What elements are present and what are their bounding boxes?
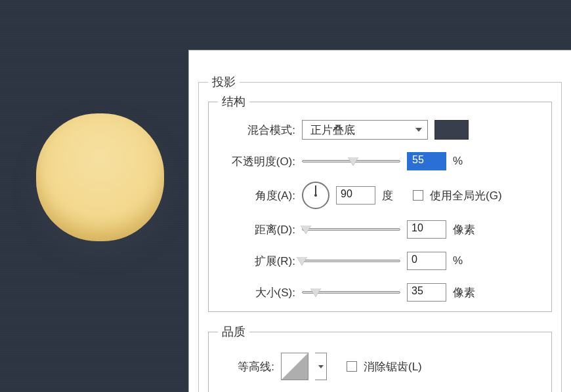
opacity-unit: % [453, 155, 463, 168]
angle-dial[interactable] [302, 182, 329, 209]
distance-label: 距离(D): [218, 222, 295, 237]
distance-slider[interactable] [302, 224, 400, 235]
distance-unit: 像素 [453, 222, 475, 237]
drop-shadow-fieldset: 投影 结构 混合模式: 正片叠底 不透明度(O): 55 % [198, 74, 562, 392]
preview-shape [36, 113, 164, 241]
spread-label: 扩展(R): [218, 254, 295, 269]
quality-fieldset: 品质 等高线: 消除锯齿(L) 杂色(N): % [208, 324, 552, 392]
contour-row: 等高线: 消除锯齿(L) [218, 353, 542, 380]
global-light-label: 使用全局光(G) [430, 188, 502, 203]
size-unit: 像素 [453, 285, 475, 300]
opacity-input[interactable]: 55 [407, 152, 446, 170]
chevron-down-icon [318, 365, 324, 368]
shadow-color-swatch[interactable] [434, 120, 469, 140]
blend-mode-row: 混合模式: 正片叠底 [218, 119, 542, 141]
blend-mode-label: 混合模式: [218, 123, 295, 138]
spread-unit: % [453, 254, 463, 267]
global-light-checkbox[interactable] [413, 190, 423, 201]
drop-shadow-legend: 投影 [208, 74, 240, 90]
contour-label: 等高线: [218, 359, 274, 374]
angle-row: 角度(A): 90 度 使用全局光(G) [218, 182, 542, 209]
size-input[interactable]: 35 [407, 283, 446, 302]
quality-legend: 品质 [218, 324, 249, 340]
chevron-down-icon [415, 128, 422, 132]
antialias-label: 消除锯齿(L) [364, 359, 422, 374]
layer-style-panel: 投影 结构 混合模式: 正片叠底 不透明度(O): 55 % [188, 50, 571, 392]
spread-slider[interactable] [302, 255, 400, 267]
blend-mode-value: 正片叠底 [310, 123, 355, 138]
spread-input[interactable]: 0 [407, 252, 446, 270]
structure-fieldset: 结构 混合模式: 正片叠底 不透明度(O): 55 % [208, 94, 552, 312]
distance-row: 距离(D): 10 像素 [218, 218, 542, 241]
structure-legend: 结构 [218, 94, 249, 109]
angle-input[interactable]: 90 [336, 186, 375, 205]
opacity-row: 不透明度(O): 55 % [218, 150, 542, 172]
contour-dropdown[interactable] [315, 353, 327, 380]
antialias-checkbox[interactable] [347, 361, 357, 372]
opacity-label: 不透明度(O): [218, 154, 295, 169]
size-row: 大小(S): 35 像素 [218, 281, 542, 304]
spread-row: 扩展(R): 0 % [218, 250, 542, 272]
distance-input[interactable]: 10 [407, 220, 446, 239]
opacity-slider[interactable] [302, 155, 400, 167]
angle-label: 角度(A): [218, 188, 295, 203]
size-slider[interactable] [302, 286, 400, 298]
blend-mode-select[interactable]: 正片叠底 [302, 120, 428, 140]
contour-picker[interactable] [281, 353, 308, 380]
size-label: 大小(S): [218, 285, 295, 300]
angle-unit: 度 [382, 188, 393, 203]
